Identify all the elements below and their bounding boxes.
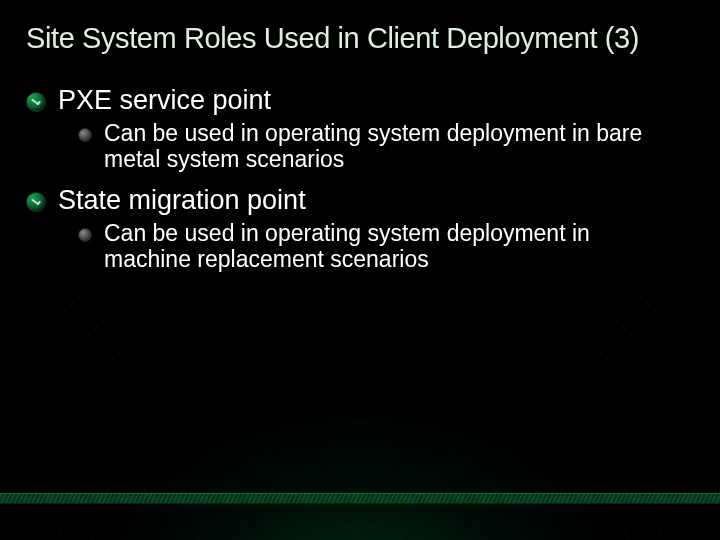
- bullet-item-2-label: State migration point: [58, 185, 306, 216]
- slide-title: Site System Roles Used in Client Deploym…: [0, 0, 720, 55]
- bullet-item-1-label: PXE service point: [58, 85, 271, 116]
- dot-bullet-icon: [78, 128, 92, 142]
- bullet-item-2: State migration point: [26, 185, 694, 216]
- sub-bullet-item-2-1-text: Can be used in operating system deployme…: [104, 220, 674, 273]
- footer-accent-bar: [0, 493, 720, 504]
- slide-body: PXE service point Can be used in operati…: [0, 55, 720, 273]
- sub-bullet-item-1-1: Can be used in operating system deployme…: [26, 120, 694, 173]
- slide: Site System Roles Used in Client Deploym…: [0, 0, 720, 540]
- sub-bullet-item-1-1-text: Can be used in operating system deployme…: [104, 120, 674, 173]
- dot-bullet-icon: [78, 228, 92, 242]
- bullet-item-1: PXE service point: [26, 85, 694, 116]
- sub-bullet-item-2-1: Can be used in operating system deployme…: [26, 220, 694, 273]
- arrow-bullet-icon: [26, 92, 46, 112]
- arrow-bullet-icon: [26, 192, 46, 212]
